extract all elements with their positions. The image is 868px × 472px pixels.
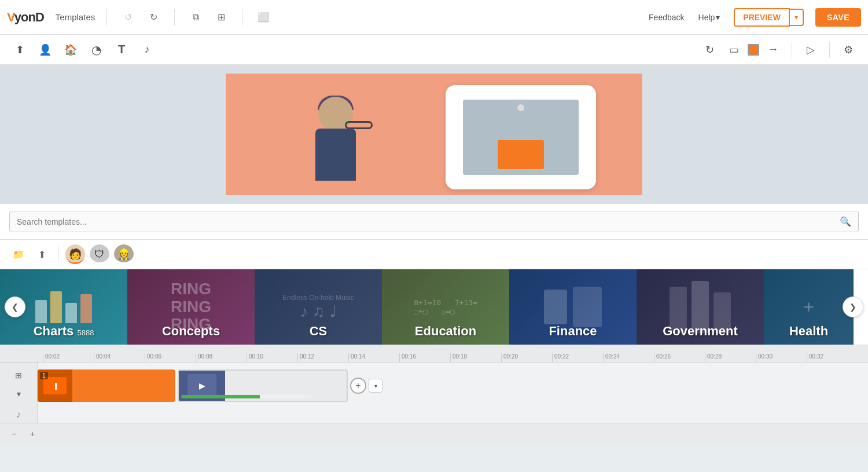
chevron-down-icon: ▾ bbox=[17, 389, 21, 398]
scroll-left-button[interactable]: ❮ bbox=[5, 297, 25, 317]
help-button[interactable]: Help ▾ bbox=[696, 13, 723, 22]
zoom-in-button[interactable]: + bbox=[25, 427, 39, 441]
nav-arrow-button[interactable]: → bbox=[763, 39, 784, 60]
preview-dropdown-button[interactable]: ▾ bbox=[790, 9, 804, 26]
zoom-out-button[interactable]: − bbox=[7, 427, 21, 441]
text-icon: T bbox=[118, 43, 125, 56]
folder-filter-button[interactable]: 📁 bbox=[9, 245, 28, 264]
ruler-mark-0008: 00:08 bbox=[196, 353, 247, 362]
search-input[interactable] bbox=[17, 217, 840, 226]
grid-icon: ⊞ bbox=[15, 371, 22, 380]
copy-button[interactable]: ⧉ bbox=[186, 8, 205, 27]
char-glasses bbox=[345, 121, 373, 129]
template-card-concepts[interactable]: RINGRINGRING Concepts bbox=[127, 269, 255, 345]
ruler-mark-0002: 00:02 bbox=[43, 353, 94, 362]
props-tool-button[interactable]: 🏠 bbox=[60, 39, 81, 60]
template-card-cs[interactable]: Endless On-hold Music ♪ ♫ ♩ CS bbox=[255, 269, 382, 345]
charts-icon: ◔ bbox=[91, 43, 101, 57]
canvas-device bbox=[446, 85, 596, 189]
music-tool-button[interactable]: ♪ bbox=[137, 39, 157, 60]
settings-button[interactable]: ⚙ bbox=[838, 39, 859, 60]
helmet-avatar-circle: 👷 bbox=[114, 244, 134, 264]
clip-dropdown-button[interactable]: ▾ bbox=[369, 379, 382, 393]
ruler-mark-0010: 00:10 bbox=[247, 353, 297, 362]
finance-card-label: Finance bbox=[509, 318, 637, 345]
sec-right-divider bbox=[792, 42, 792, 58]
clip-2-thumb-inner: ▶ bbox=[187, 374, 216, 397]
charts-card-label: Charts 5888 bbox=[0, 318, 127, 345]
preview-button[interactable]: PREVIEW bbox=[734, 8, 790, 27]
track-row-1: 1 ▐ 2 ▶ bbox=[38, 367, 868, 404]
education-visual: 8+1=10 7+13= □+□ △=□ bbox=[409, 294, 482, 320]
redo-button[interactable]: ↻ bbox=[144, 8, 163, 27]
grid-view-button[interactable]: ⊞ bbox=[10, 367, 27, 383]
image-view-button[interactable]: ▭ bbox=[723, 39, 744, 60]
template-card-health[interactable]: + Health bbox=[764, 269, 854, 345]
upload-filter-icon: ⬆ bbox=[38, 249, 46, 260]
search-button[interactable]: 🔍 bbox=[840, 216, 851, 227]
upload-tool-button[interactable]: ⬆ bbox=[9, 39, 30, 60]
paste-button[interactable]: ⊞ bbox=[212, 8, 230, 27]
nav-arrow-icon: → bbox=[768, 43, 778, 56]
clip-2[interactable]: 2 ▶ bbox=[178, 369, 348, 402]
char-head bbox=[318, 97, 353, 131]
add-clip-button[interactable]: + bbox=[350, 378, 366, 394]
template-card-government[interactable]: Government bbox=[637, 269, 764, 345]
scroll-right-button[interactable]: ❯ bbox=[843, 297, 863, 317]
avatar-filter-shield[interactable]: 🛡 bbox=[90, 244, 109, 264]
upload-icon: ⬆ bbox=[16, 43, 24, 56]
app-logo: VyonD bbox=[7, 10, 44, 25]
ruler-mark-0006: 00:06 bbox=[145, 353, 196, 362]
page-title: Templates bbox=[56, 12, 95, 22]
video-mode-button[interactable]: ▷ bbox=[800, 39, 821, 60]
health-card-label: Health bbox=[764, 318, 854, 345]
device-inner-content bbox=[498, 140, 544, 169]
top-header: VyonD Templates ↺ ↻ ⧉ ⊞ ⬜ Feedback Help … bbox=[0, 0, 868, 35]
cs-card-label: CS bbox=[255, 318, 382, 345]
template-card-education[interactable]: 8+1=10 7+13= □+□ △=□ Education bbox=[382, 269, 509, 345]
props-icon: 🏠 bbox=[64, 43, 77, 56]
undo-button[interactable]: ↺ bbox=[119, 8, 137, 27]
text-tool-button[interactable]: T bbox=[111, 39, 132, 60]
clip-1[interactable]: 1 ▐ bbox=[38, 369, 175, 402]
ruler-mark-0028: 00:28 bbox=[705, 353, 756, 362]
timeline-bottom-tools: − + bbox=[0, 423, 868, 444]
music-track-icon: ♪ bbox=[16, 409, 21, 420]
refresh-icon: ↻ bbox=[705, 43, 714, 56]
template-card-finance[interactable]: Finance bbox=[509, 269, 637, 345]
ruler-mark-0022: 00:22 bbox=[552, 353, 603, 362]
ruler-mark-0030: 00:30 bbox=[756, 353, 807, 362]
timeline-tracks: 1 ▐ 2 ▶ bbox=[38, 363, 868, 423]
timeline-ruler: 00:02 00:04 00:06 00:08 00:10 00:12 00:1… bbox=[0, 345, 868, 363]
music-icon: ♪ bbox=[145, 43, 150, 56]
frame-button[interactable]: ⬜ bbox=[254, 8, 273, 27]
ruler-mark-0012: 00:12 bbox=[297, 353, 348, 362]
upload-filter-button[interactable]: ⬆ bbox=[32, 245, 51, 264]
music-track-button[interactable]: ♪ bbox=[10, 407, 27, 423]
color-picker-button[interactable] bbox=[748, 44, 759, 56]
header-divider bbox=[106, 9, 107, 25]
timeline-body: ⊞ ▾ ♪ 1 ▐ bbox=[0, 363, 868, 423]
collapse-button[interactable]: ▾ bbox=[10, 386, 27, 402]
canvas-area bbox=[0, 65, 868, 204]
secondary-right-tools: ↻ ▭ → ▷ ⚙ bbox=[699, 39, 859, 60]
toolbar-divider-1 bbox=[174, 9, 175, 25]
timeline-container: 00:02 00:04 00:06 00:08 00:10 00:12 00:1… bbox=[0, 345, 868, 444]
ruler-mark-0024: 00:24 bbox=[603, 353, 654, 362]
settings-icon: ⚙ bbox=[844, 43, 853, 56]
clip-2-progress-bar bbox=[181, 395, 312, 398]
character-tool-button[interactable]: 👤 bbox=[35, 39, 56, 60]
save-button[interactable]: SAVE bbox=[815, 8, 861, 27]
charts-tool-button[interactable]: ◔ bbox=[86, 39, 106, 60]
ruler-mark-0004: 00:04 bbox=[94, 353, 145, 362]
clip-1-number: 1 bbox=[40, 372, 48, 379]
ruler-mark-0014: 00:14 bbox=[348, 353, 399, 362]
zoom-in-icon: + bbox=[30, 429, 35, 438]
canvas-frame[interactable] bbox=[226, 74, 642, 195]
refresh-view-button[interactable]: ↻ bbox=[699, 39, 720, 60]
device-screen bbox=[463, 100, 579, 175]
avatar-filter-person[interactable]: 🧑 bbox=[65, 244, 85, 264]
avatar-filter-helmet[interactable]: 👷 bbox=[114, 244, 134, 264]
feedback-button[interactable]: Feedback bbox=[644, 13, 689, 22]
clip-1-thumb-icon: ▐ bbox=[53, 383, 57, 389]
